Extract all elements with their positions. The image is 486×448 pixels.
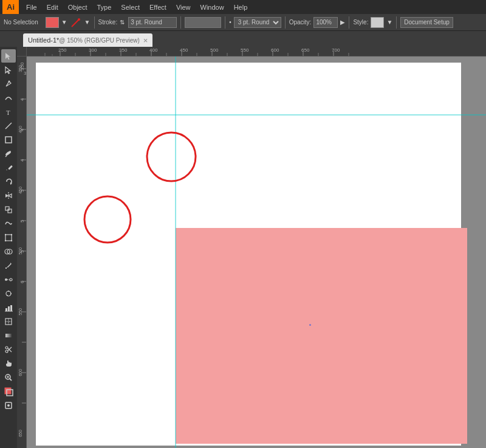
- opacity-input[interactable]: [313, 17, 338, 28]
- svg-text:650: 650: [301, 47, 310, 53]
- stroke-dropdown-arrow[interactable]: ▼: [84, 19, 91, 26]
- center-mark: [309, 324, 311, 326]
- svg-line-8: [5, 156, 7, 157]
- content-row: 350 350 4: [17, 57, 486, 448]
- stroke-size-field[interactable]: [185, 17, 221, 28]
- free-transform-tool[interactable]: [1, 231, 16, 244]
- zoom-tool[interactable]: [1, 371, 16, 384]
- svg-line-6: [5, 123, 12, 129]
- menu-window[interactable]: Window: [196, 0, 229, 14]
- direct-selection-tool[interactable]: [1, 63, 16, 77]
- brush-stroke-icon: [70, 17, 82, 28]
- mirror-tool[interactable]: [1, 189, 16, 202]
- opacity-label: Opacity:: [289, 19, 312, 26]
- bullet: •: [229, 19, 231, 26]
- side-ruler-labels: 350: [17, 57, 27, 448]
- menu-type[interactable]: Type: [92, 0, 117, 14]
- svg-point-23: [10, 278, 12, 281]
- svg-marker-10: [6, 170, 7, 170]
- eyedropper-tool[interactable]: [1, 259, 16, 272]
- main-layout: T 250 300 350 400: [0, 47, 486, 448]
- tab-close-icon[interactable]: ×: [143, 36, 148, 45]
- symbol-sprayer-tool[interactable]: [1, 287, 16, 300]
- svg-text:550: 550: [241, 47, 249, 53]
- hand-tool[interactable]: [1, 357, 16, 370]
- svg-rect-9: [8, 165, 13, 170]
- stroke-label: Stroke:: [98, 19, 118, 26]
- ruler-top: 250 300 350 400 450 500 550: [17, 47, 486, 57]
- stroke-up-down[interactable]: ⇅: [120, 17, 126, 28]
- svg-point-26: [8, 291, 9, 292]
- svg-text:250: 250: [58, 47, 67, 53]
- scale-tool[interactable]: [1, 203, 16, 216]
- menu-file[interactable]: File: [21, 0, 42, 14]
- svg-point-22: [5, 278, 7, 281]
- stroke-input[interactable]: [128, 17, 177, 28]
- warp-tool[interactable]: [1, 217, 16, 230]
- canvas-area: 250 300 350 400 450 500 550: [17, 47, 486, 448]
- menu-edit[interactable]: Edit: [42, 0, 63, 14]
- fill-swatch[interactable]: [46, 17, 59, 28]
- ruler-side: 350 350 4: [17, 57, 27, 448]
- separator-4: [285, 16, 286, 29]
- separator-6: [396, 16, 397, 29]
- blend-tool[interactable]: [1, 273, 16, 286]
- scissors-tool[interactable]: [1, 343, 16, 356]
- svg-rect-31: [10, 305, 12, 311]
- menu-view[interactable]: View: [171, 0, 196, 14]
- svg-rect-13: [5, 207, 9, 210]
- svg-text:T: T: [6, 109, 10, 116]
- column-graph-tool[interactable]: [1, 301, 16, 314]
- left-toolbar: T: [0, 47, 17, 448]
- type-tool[interactable]: T: [1, 105, 16, 119]
- screen-mode-tool[interactable]: [1, 399, 16, 412]
- menu-effect[interactable]: Effect: [145, 0, 171, 14]
- ruler-top-svg: 250 300 350 400 450 500 550: [27, 47, 486, 56]
- svg-line-42: [10, 379, 12, 381]
- fill-color-indicator[interactable]: [1, 385, 16, 398]
- svg-marker-3: [5, 67, 10, 74]
- rectangle-tool[interactable]: [1, 133, 16, 146]
- fill-arrow[interactable]: ▼: [61, 19, 67, 26]
- pink-rectangle[interactable]: [176, 228, 467, 444]
- curvature-tool[interactable]: [1, 91, 16, 105]
- svg-point-48: [7, 404, 10, 407]
- paintbrush-tool[interactable]: [1, 147, 16, 160]
- svg-point-28: [7, 295, 8, 296]
- svg-text:500: 500: [210, 47, 219, 53]
- canvas-viewport[interactable]: [27, 57, 486, 448]
- tab-title: Untitled-1*@ 150% (RGB/GPU Preview): [28, 36, 140, 44]
- tab-bar: Untitled-1*@ 150% (RGB/GPU Preview) ×: [0, 31, 486, 47]
- svg-rect-14: [8, 209, 12, 213]
- pencil-tool[interactable]: [1, 161, 16, 174]
- menu-object[interactable]: Object: [63, 0, 92, 14]
- document-setup-button[interactable]: Document Setup: [400, 17, 453, 28]
- shape-builder-tool[interactable]: [1, 245, 16, 258]
- svg-point-19: [11, 240, 12, 241]
- rotate-tool[interactable]: [1, 175, 16, 188]
- opacity-arrow[interactable]: ▶: [340, 19, 345, 26]
- svg-rect-36: [5, 334, 12, 337]
- selection-tool[interactable]: [1, 49, 16, 63]
- svg-rect-45: [4, 387, 12, 395]
- pen-tool[interactable]: [1, 77, 16, 91]
- svg-point-16: [5, 234, 6, 235]
- menu-help[interactable]: Help: [229, 0, 253, 14]
- svg-text:350: 350: [119, 47, 128, 53]
- style-arrow[interactable]: ▼: [386, 19, 392, 26]
- stroke-style-dropdown[interactable]: 3 pt. Round: [234, 17, 281, 28]
- separator-1: [94, 16, 95, 29]
- separator-5: [349, 16, 349, 29]
- svg-point-4: [9, 81, 10, 83]
- svg-point-38: [5, 346, 8, 349]
- ruler-corner: [17, 47, 27, 56]
- menu-select[interactable]: Select: [116, 0, 145, 14]
- mesh-tool[interactable]: [1, 315, 16, 328]
- line-tool[interactable]: [1, 119, 16, 133]
- svg-text:300: 300: [89, 47, 97, 53]
- style-swatch[interactable]: [371, 17, 384, 28]
- gradient-tool[interactable]: [1, 329, 16, 342]
- menu-bar: Ai File Edit Object Type Select Effect V…: [0, 0, 486, 14]
- ai-logo: Ai: [2, 0, 19, 14]
- document-tab[interactable]: Untitled-1*@ 150% (RGB/GPU Preview) ×: [23, 33, 152, 47]
